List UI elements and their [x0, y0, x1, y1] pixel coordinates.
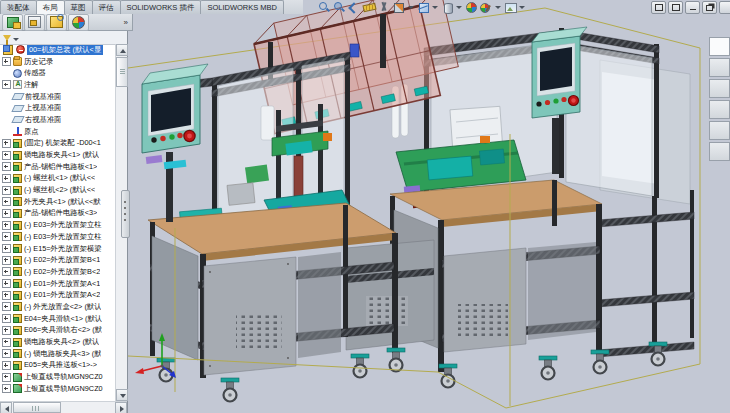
- show-hidden-components-button[interactable]: [46, 14, 67, 31]
- command-tab[interactable]: SOLIDWORKS MBD: [200, 0, 284, 14]
- expand-toggle-icon[interactable]: [2, 338, 11, 347]
- tree-item-row[interactable]: 上视基准面: [0, 102, 115, 114]
- smart-dimension-icon[interactable]: [378, 1, 390, 13]
- expand-toggle-icon[interactable]: [2, 267, 11, 276]
- tree-item-row[interactable]: E04=夹具滑轨<1> (默认: [0, 313, 115, 325]
- tree-item-row[interactable]: 外壳夹具<1> (默认<<默: [0, 196, 115, 208]
- expand-toggle-icon[interactable]: [2, 151, 11, 160]
- expand-toggle-icon[interactable]: [2, 326, 11, 335]
- expand-toggle-icon[interactable]: [2, 384, 11, 393]
- edit-appearance-caret[interactable]: [495, 6, 501, 9]
- expand-toggle-icon[interactable]: [2, 162, 11, 171]
- filter-caret[interactable]: [13, 38, 19, 41]
- zoom-to-fit-icon[interactable]: [318, 1, 330, 13]
- tile-windows-button[interactable]: [668, 1, 683, 14]
- command-tab[interactable]: 评估: [92, 0, 121, 14]
- task-pane-tab[interactable]: [709, 100, 730, 119]
- tree-item-row[interactable]: (-) 外壳放置盒<2> (默认: [0, 301, 115, 313]
- expand-toggle-icon[interactable]: [2, 291, 11, 300]
- expand-toggle-icon[interactable]: [2, 139, 11, 148]
- expand-toggle-icon[interactable]: [2, 256, 11, 265]
- tree-item-row[interactable]: 传感器: [0, 67, 115, 79]
- task-pane-tab[interactable]: [709, 121, 730, 140]
- task-pane-tab[interactable]: [709, 58, 730, 77]
- task-pane-tab[interactable]: [709, 79, 730, 98]
- task-pane-tab[interactable]: [709, 37, 730, 56]
- tree-item-row[interactable]: (-) E15=外壳放置架横梁: [0, 243, 115, 255]
- expand-toggle-icon[interactable]: [2, 302, 11, 311]
- apply-scene-caret[interactable]: [519, 6, 525, 9]
- task-pane-tab[interactable]: [709, 142, 730, 161]
- expand-toggle-icon[interactable]: [2, 57, 11, 66]
- tree-item-row[interactable]: 右视基准面: [0, 114, 115, 126]
- command-tab[interactable]: SOLIDWORKS 插件: [120, 0, 202, 14]
- tree-item-row[interactable]: 前视基准面: [0, 91, 115, 103]
- tree-item-row[interactable]: 原点: [0, 126, 115, 138]
- tree-item-row[interactable]: (-) E01=外壳放置架A<1: [0, 278, 115, 290]
- vertical-scroll-thumb[interactable]: [116, 57, 128, 87]
- expand-toggle-icon[interactable]: [2, 279, 11, 288]
- tree-item-row[interactable]: 上银直线导轨MGN9CZ0: [0, 371, 115, 383]
- expand-toggle-icon[interactable]: [2, 174, 11, 183]
- scroll-right-button[interactable]: [115, 402, 127, 413]
- tree-horizontal-scrollbar[interactable]: [0, 401, 127, 413]
- tree-item-row[interactable]: (-) E03=外壳放置架立柱: [0, 231, 115, 243]
- tree-item-row[interactable]: 产品-锡铝件电路板<3>: [0, 208, 115, 220]
- expand-toggle-icon[interactable]: [2, 232, 11, 241]
- close-button[interactable]: [719, 1, 730, 14]
- apply-scene-icon[interactable]: [504, 1, 516, 13]
- tree-item-row[interactable]: 产品-锡铝件电路板<1>: [0, 161, 115, 173]
- tree-item-row[interactable]: (-) 锁电路板夹具<3> (默: [0, 348, 115, 360]
- expand-toggle-icon[interactable]: [2, 373, 11, 382]
- tree-root-row[interactable]: 00=机架总装 (默认<显: [0, 44, 115, 56]
- tree-item-row[interactable]: (-) E01=外壳放置架A<2: [0, 289, 115, 301]
- tree-item-row[interactable]: (固定) 机架装配 -D00<1: [0, 138, 115, 150]
- expand-toggle-icon[interactable]: [2, 221, 11, 230]
- view-orientation-caret[interactable]: [432, 6, 438, 9]
- tree-item-row[interactable]: (-) E02=外壳放置架B<1: [0, 254, 115, 266]
- filter-funnel-icon[interactable]: [3, 35, 11, 41]
- tree-item-row[interactable]: (-) 螺丝机<1> (默认<<: [0, 173, 115, 185]
- expand-toggle-icon[interactable]: [2, 361, 11, 370]
- tree-item-row[interactable]: (-) 螺丝机<2> (默认<<: [0, 184, 115, 196]
- scroll-left-button[interactable]: [0, 402, 12, 413]
- expand-toggle-icon[interactable]: [2, 244, 11, 253]
- tree-item-row[interactable]: 注解: [0, 79, 115, 91]
- cascade-windows-button[interactable]: [651, 1, 666, 14]
- tree-item-row[interactable]: 历史记录: [0, 56, 115, 68]
- insert-components-button[interactable]: [2, 14, 23, 31]
- toolbar-overflow-button[interactable]: »: [124, 18, 128, 27]
- 3d-viewport[interactable]: [128, 0, 730, 413]
- tree-item-row[interactable]: E06=夹具滑轨右<2> (默: [0, 325, 115, 337]
- display-style-icon[interactable]: [441, 1, 453, 13]
- tree-item-row[interactable]: (-) E03=外壳放置架立柱: [0, 219, 115, 231]
- command-tab[interactable]: 草图: [64, 0, 93, 14]
- tree-item-row[interactable]: E05=夹具推送板<1>->: [0, 360, 115, 372]
- horizontal-scroll-thumb[interactable]: [13, 402, 61, 413]
- expand-toggle-icon[interactable]: [2, 186, 11, 195]
- measure-icon[interactable]: [363, 1, 375, 13]
- display-style-caret[interactable]: [456, 6, 462, 9]
- restore-button[interactable]: [702, 1, 717, 14]
- expand-toggle-icon[interactable]: [2, 349, 11, 358]
- minimize-button[interactable]: [685, 1, 700, 14]
- expand-toggle-icon[interactable]: [2, 80, 11, 89]
- command-tab[interactable]: 布局: [36, 0, 65, 14]
- previous-view-icon[interactable]: [348, 1, 360, 13]
- appearance-icon[interactable]: [465, 1, 477, 13]
- edit-appearance-icon[interactable]: [480, 1, 492, 13]
- scroll-down-button[interactable]: [116, 389, 128, 401]
- scroll-up-button[interactable]: [116, 44, 128, 56]
- command-tab[interactable]: 装配体: [0, 0, 37, 14]
- expand-toggle-icon[interactable]: [2, 197, 11, 206]
- edit-appearance-button[interactable]: [68, 14, 89, 31]
- expand-toggle-icon[interactable]: [2, 209, 11, 218]
- section-view-caret[interactable]: [408, 6, 414, 9]
- panel-splitter-handle[interactable]: [121, 190, 130, 238]
- expand-toggle-icon[interactable]: [2, 314, 11, 323]
- tree-item-row[interactable]: 锁电路板夹具<2> (默认: [0, 336, 115, 348]
- tree-item-row[interactable]: (-) E02=外壳放置架B<2: [0, 266, 115, 278]
- view-orientation-icon[interactable]: [417, 1, 429, 13]
- tree-item-row[interactable]: 锁电路板夹具<1> (默认: [0, 149, 115, 161]
- zoom-to-area-icon[interactable]: [333, 1, 345, 13]
